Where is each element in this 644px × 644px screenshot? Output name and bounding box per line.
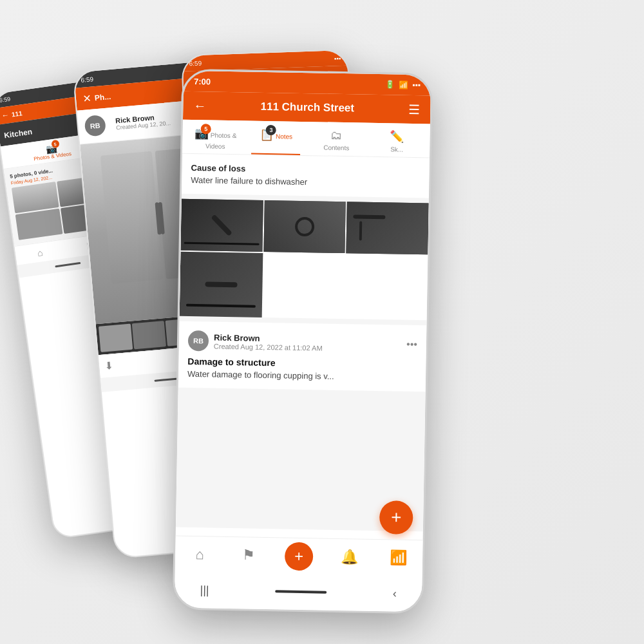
p4-note-menu-icon[interactable]: ••• [406, 339, 417, 350]
p4-battery-icon: 🔋 [385, 80, 395, 89]
p4-header-title: 111 Church Street [206, 99, 408, 115]
p4-pipe-grid-top [180, 199, 428, 255]
phones-container: 6:59 ▪▪ ← 111 Kitchen 📷 5 Photos & Video… [16, 19, 628, 625]
p4-tab-bar: 📷 5 Photos & Videos 📋 3 Notes 🗂 Contents… [182, 120, 430, 158]
p2-thumb-2 [132, 321, 166, 349]
p2-close-icon[interactable]: ✕ [82, 92, 91, 105]
p4-pipe-img-1 [180, 199, 263, 252]
p1-home-icon[interactable]: ⌂ [37, 247, 44, 258]
p4-menu-icon[interactable]: ☰ [408, 102, 420, 117]
p4-notes-label: Notes [276, 133, 292, 140]
p4-note-text: Water damage to flooring cupping is v... [187, 369, 417, 383]
p2-thumb-1 [99, 324, 133, 352]
p4-pipe-images [180, 199, 429, 321]
p4-pipe-img-2 [263, 200, 346, 253]
p4-notes-icon: 📋 3 [260, 128, 274, 142]
p1-time: 6:59 [0, 96, 11, 104]
p4-cause-value: Water line failure to dishwasher [191, 175, 420, 189]
p4-home-indicator [275, 590, 327, 593]
p4-pipe-grid-bottom [180, 252, 428, 321]
p1-photos-badge: 5 [51, 140, 60, 149]
p4-tab-sketch[interactable]: ✏️ Sk... [366, 123, 428, 158]
p4-fab-icon: + [391, 507, 402, 527]
p1-back-icon[interactable]: ← [1, 110, 10, 120]
p4-photos-label: Photos & Videos [205, 131, 237, 149]
p3-signal: ▪▪▪ [334, 55, 341, 62]
p2-author-info: Rick Brown Created Aug 12, 20... [115, 112, 171, 131]
p4-photos-badge: 5 [201, 124, 211, 134]
p4-author-row: RB Rick Brown Created Aug 12, 2022 at 11… [188, 330, 418, 355]
p4-camera-icon: 📷 5 [194, 126, 209, 140]
p4-sketch-label: Sk... [390, 146, 403, 153]
p1-img-1 [12, 182, 59, 213]
p4-flag-icon[interactable]: ⚑ [236, 542, 262, 569]
p4-contents-icon: 🗂 [307, 128, 365, 143]
p4-note-title: Damage to structure [187, 356, 417, 370]
p4-gesture-lines-icon: ||| [200, 583, 209, 597]
p4-author-info: Rick Brown Created Aug 12, 2022 at 11:02… [214, 332, 407, 353]
p4-tab-contents[interactable]: 🗂 Contents [306, 122, 367, 156]
p4-status-icons: 🔋 📶 ▪▪▪ [385, 80, 421, 90]
p4-tab-notes[interactable]: 📋 3 Notes [245, 120, 307, 155]
p2-fridge [100, 151, 163, 284]
p1-home-indicator [55, 261, 80, 267]
p2-download-icon[interactable]: ⬇ [104, 359, 114, 372]
p4-note-card: RB Rick Brown Created Aug 12, 2022 at 11… [178, 321, 427, 392]
p4-back-gesture-icon: ‹ [393, 587, 397, 600]
p1-header-title: 111 [11, 109, 23, 118]
p4-signal-icon: ▪▪▪ [412, 80, 421, 90]
p4-pipe-img-4 [180, 252, 263, 317]
p4-add-icon[interactable]: + [285, 542, 314, 571]
p4-home-icon[interactable]: ⌂ [187, 541, 213, 567]
p3-time: 6:59 [189, 59, 202, 67]
p2-avatar: RB [84, 115, 106, 137]
p4-time: 7:00 [194, 76, 211, 86]
p4-header: ← 111 Church Street ☰ [183, 91, 431, 124]
p4-network-icon[interactable]: 📶 [385, 545, 412, 571]
p1-img-3 [15, 209, 63, 240]
p4-avatar: RB [188, 330, 209, 352]
p1-section-title: Kitchen [3, 127, 33, 140]
p2-time: 6:59 [80, 75, 93, 84]
p4-back-icon[interactable]: ← [193, 98, 206, 113]
p4-gesture-bar: ||| ‹ [175, 572, 422, 612]
p4-pipe-img-3 [346, 202, 429, 254]
p4-wifi-icon: 📶 [399, 80, 408, 90]
p4-content: Cause of loss Water line failure to dish… [176, 154, 430, 532]
p4-bottom-nav: ⌂ ⚑ + 🔔 📶 [175, 536, 423, 576]
p4-cause-section: Cause of loss Water line failure to dish… [182, 154, 430, 198]
p4-cause-label: Cause of loss [191, 163, 421, 176]
p4-bell-icon[interactable]: 🔔 [336, 544, 363, 570]
p2-header-title: Ph... [94, 91, 111, 102]
p4-contents-label: Contents [323, 144, 349, 152]
phone-4: 7:00 🔋 📶 ▪▪▪ ← 111 Church Street ☰ 📷 5 P… [173, 69, 433, 614]
p4-sketch-icon: ✏️ [368, 129, 426, 145]
p4-tab-photos[interactable]: 📷 5 Photos & Videos [185, 120, 246, 155]
